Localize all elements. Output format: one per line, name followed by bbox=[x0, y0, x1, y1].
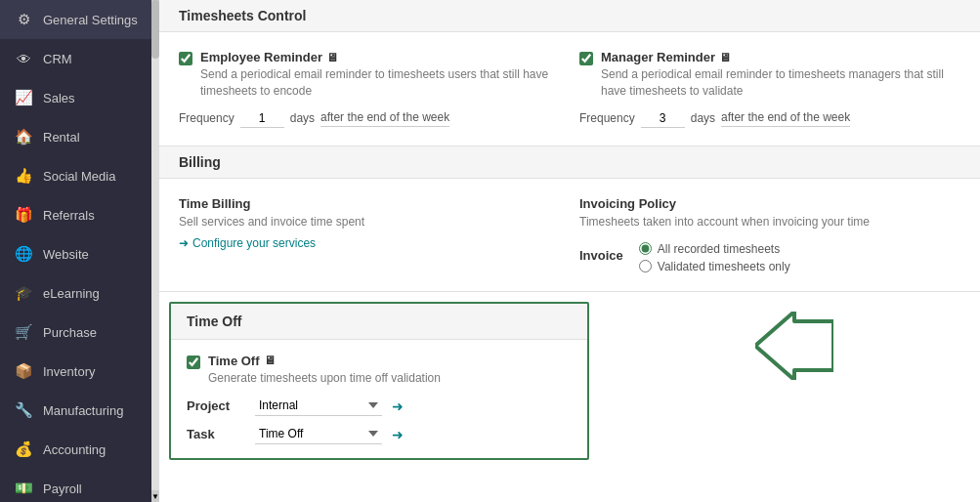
sidebar-label-manufacturing: Manufacturing bbox=[43, 403, 123, 418]
manager-reminder-checkbox[interactable] bbox=[579, 52, 593, 65]
task-external-link[interactable]: ➜ bbox=[392, 427, 404, 442]
timesheets-control-body: Employee Reminder 🖥 Send a periodical em… bbox=[159, 32, 980, 146]
billing-header: Billing bbox=[159, 146, 980, 179]
globe-icon: 🌐 bbox=[14, 244, 33, 264]
billing-two-col: Time Billing Sell services and invoice t… bbox=[179, 196, 960, 273]
manager-frequency-input[interactable] bbox=[641, 109, 685, 128]
arrow-pointer-area bbox=[609, 292, 980, 399]
home-icon: 🏠 bbox=[14, 127, 33, 146]
time-billing-desc: Sell services and invoice time spent bbox=[179, 215, 560, 229]
task-row: Task Time Off Leave ➜ bbox=[187, 424, 572, 444]
wrench-icon: 🔧 bbox=[14, 400, 33, 420]
invoicing-policy-title: Invoicing Policy bbox=[579, 196, 960, 211]
employee-frequency-after: after the end of the week bbox=[320, 110, 449, 127]
invoicing-policy-col: Invoicing Policy Timesheets taken into a… bbox=[579, 196, 960, 273]
employee-reminder-desc: Send a periodical email reminder to time… bbox=[200, 66, 560, 100]
employee-frequency-unit: days bbox=[290, 111, 315, 125]
task-select[interactable]: Time Off Leave bbox=[255, 424, 382, 444]
time-off-section: Time Off Time Off 🖥 Generate timesheets … bbox=[169, 302, 589, 461]
manager-reminder-row: Manager Reminder 🖥 Send a periodical ema… bbox=[579, 50, 960, 100]
scroll-arrow-down[interactable]: ▼ bbox=[151, 490, 159, 502]
employee-reminder-checkbox[interactable] bbox=[179, 52, 192, 65]
manager-reminder-label: Manager Reminder 🖥 bbox=[601, 50, 960, 64]
svg-marker-0 bbox=[755, 312, 833, 380]
project-label: Project bbox=[187, 398, 245, 413]
manager-frequency-unit: days bbox=[691, 111, 715, 125]
sidebar-item-manufacturing[interactable]: 🔧 Manufacturing bbox=[0, 391, 151, 430]
manager-frequency-row: Frequency days after the end of the week bbox=[579, 109, 960, 128]
sidebar-label-website: Website bbox=[43, 247, 89, 262]
gear-icon: ⚙ bbox=[14, 10, 33, 29]
sidebar-label-crm: CRM bbox=[43, 52, 72, 66]
billing-section: Billing Time Billing Sell services and i… bbox=[159, 146, 980, 292]
sidebar-label-sales: Sales bbox=[43, 91, 75, 105]
sidebar-label-accounting: Accounting bbox=[43, 442, 106, 457]
sidebar-item-purchase[interactable]: 🛒 Purchase bbox=[0, 313, 151, 352]
sidebar-item-referrals[interactable]: 🎁 Referrals bbox=[0, 195, 151, 234]
manager-frequency-after: after the end of the week bbox=[721, 110, 850, 127]
sidebar-item-sales[interactable]: 📈 Sales bbox=[0, 78, 151, 117]
payroll-icon: 💵 bbox=[14, 479, 33, 498]
timesheets-two-col: Employee Reminder 🖥 Send a periodical em… bbox=[179, 50, 960, 128]
time-off-header: Time Off bbox=[171, 304, 587, 340]
time-off-body: Time Off 🖥 Generate timesheets upon time… bbox=[171, 340, 587, 459]
project-external-link[interactable]: ➜ bbox=[392, 398, 404, 414]
project-row: Project Internal External ➜ bbox=[187, 396, 572, 416]
radio-all-recorded-input[interactable] bbox=[639, 242, 652, 255]
eye-icon: 👁 bbox=[14, 49, 33, 68]
configure-services-link[interactable]: ➜ Configure your services bbox=[179, 236, 560, 250]
sidebar-label-purchase: Purchase bbox=[43, 325, 97, 340]
radio-validated-only[interactable]: Validated timesheets only bbox=[639, 260, 790, 273]
sidebar-label-payroll: Payroll bbox=[43, 481, 82, 496]
graduation-icon: 🎓 bbox=[14, 283, 33, 303]
employee-reminder-row: Employee Reminder 🖥 Send a periodical em… bbox=[179, 50, 560, 100]
gift-icon: 🎁 bbox=[14, 205, 33, 225]
manager-reminder-desc: Send a periodical email reminder to time… bbox=[601, 66, 960, 100]
time-billing-col: Time Billing Sell services and invoice t… bbox=[179, 196, 560, 273]
radio-all-recorded[interactable]: All recorded timesheets bbox=[639, 242, 790, 256]
sidebar-item-crm[interactable]: 👁 CRM bbox=[0, 39, 151, 78]
sidebar-item-payroll[interactable]: 💵 Payroll bbox=[0, 469, 151, 502]
invoice-label: Invoice bbox=[579, 248, 623, 263]
billing-body: Time Billing Sell services and invoice t… bbox=[159, 179, 980, 291]
sidebar-label-inventory: Inventory bbox=[43, 364, 95, 379]
time-off-checkbox-row: Time Off 🖥 Generate timesheets upon time… bbox=[187, 354, 572, 387]
sidebar-label-rental: Rental bbox=[43, 130, 80, 145]
scrollbar-track[interactable]: ▲ ▼ bbox=[151, 0, 159, 502]
time-off-label: Time Off 🖥 bbox=[208, 354, 441, 368]
sidebar-item-website[interactable]: 🌐 Website bbox=[0, 234, 151, 273]
monitor-icon-manager: 🖥 bbox=[719, 51, 731, 64]
sidebar-label-elearning: eLearning bbox=[43, 286, 100, 301]
sidebar: ⚙ General Settings 👁 CRM 📈 Sales 🏠 Renta… bbox=[0, 0, 151, 502]
left-arrow-icon bbox=[755, 312, 833, 380]
sidebar-label-social-media: Social Media bbox=[43, 169, 115, 184]
sidebar-item-rental[interactable]: 🏠 Rental bbox=[0, 117, 151, 156]
sidebar-label-general-settings: General Settings bbox=[43, 13, 138, 27]
task-label: Task bbox=[187, 427, 245, 441]
manager-frequency-label: Frequency bbox=[579, 111, 635, 125]
sidebar-label-referrals: Referrals bbox=[43, 208, 95, 223]
invoice-radio-group: All recorded timesheets Validated timesh… bbox=[639, 242, 790, 273]
sidebar-item-inventory[interactable]: 📦 Inventory bbox=[0, 352, 151, 391]
employee-frequency-input[interactable] bbox=[240, 109, 284, 128]
sidebar-item-accounting[interactable]: 💰 Accounting bbox=[0, 430, 151, 469]
thumbsup-icon: 👍 bbox=[14, 166, 33, 186]
monitor-icon-timeoff: 🖥 bbox=[264, 354, 276, 367]
chart-icon: 📈 bbox=[14, 88, 33, 107]
monitor-icon-employee: 🖥 bbox=[326, 51, 338, 64]
sidebar-item-social-media[interactable]: 👍 Social Media bbox=[0, 156, 151, 195]
timesheets-control-section: Timesheets Control Employee Reminder 🖥 S… bbox=[159, 0, 980, 146]
manager-reminder-col: Manager Reminder 🖥 Send a periodical ema… bbox=[579, 50, 960, 128]
time-off-checkbox[interactable] bbox=[187, 356, 200, 369]
sidebar-item-elearning[interactable]: 🎓 eLearning bbox=[0, 273, 151, 313]
sidebar-item-general-settings[interactable]: ⚙ General Settings bbox=[0, 0, 151, 39]
scroll-thumb[interactable] bbox=[151, 0, 159, 59]
arrow-right-icon: ➜ bbox=[179, 236, 189, 250]
employee-frequency-label: Frequency bbox=[179, 111, 234, 125]
box-icon: 📦 bbox=[14, 361, 33, 381]
project-select[interactable]: Internal External bbox=[255, 396, 382, 416]
bottom-layout: Time Off Time Off 🖥 Generate timesheets … bbox=[159, 292, 980, 471]
employee-reminder-col: Employee Reminder 🖥 Send a periodical em… bbox=[179, 50, 560, 128]
radio-validated-only-input[interactable] bbox=[639, 260, 652, 272]
invoicing-policy-desc: Timesheets taken into account when invoi… bbox=[579, 215, 960, 229]
